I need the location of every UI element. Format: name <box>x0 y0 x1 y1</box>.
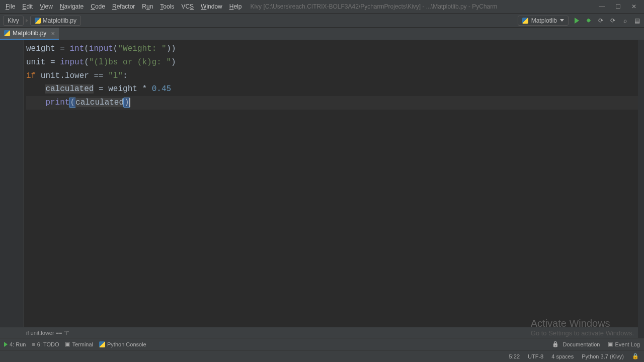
toolwindow-button[interactable]: ▤ <box>633 17 641 25</box>
lock-icon <box>552 341 560 347</box>
menu-vcs[interactable]: VCS <box>178 2 197 12</box>
tool-tab-run[interactable]: 4: Run <box>4 341 26 347</box>
gutter <box>0 40 24 327</box>
run-button[interactable] <box>573 17 581 25</box>
code-line: calculated = weight * 0.45 <box>26 82 644 96</box>
scrollbar[interactable] <box>638 40 644 338</box>
encoding[interactable]: UTF-8 <box>528 353 543 359</box>
terminal-icon: ▣ <box>65 341 70 347</box>
text-cursor <box>129 98 130 107</box>
run-config-label: Matplotlib <box>531 17 557 24</box>
status-bar: 5:22 UTF-8 4 spaces Python 3.7 (Kivy) 🔒 <box>0 350 644 362</box>
breadcrumb-project-label: Kivy <box>8 17 19 24</box>
menu-view[interactable]: View <box>36 2 56 12</box>
python-file-icon <box>4 30 10 36</box>
profile-button[interactable]: ⟳ <box>609 17 617 25</box>
python-file-icon <box>35 18 41 24</box>
indent-setting[interactable]: 4 spaces <box>551 353 574 359</box>
editor-tab-bar: Matplotlib.py × <box>0 28 644 40</box>
title-bar: File Edit View Navigate Code Refactor Ru… <box>0 0 644 14</box>
interpreter[interactable]: Python 3.7 (Kivy) <box>582 353 624 359</box>
documentation-link[interactable]: Documentation <box>552 341 600 347</box>
lock-icon[interactable]: 🔒 <box>632 353 639 359</box>
code-line: unit = input("(l)bs or (k)g: ") <box>26 56 644 69</box>
search-button[interactable]: ⌕ <box>621 17 629 25</box>
close-icon[interactable]: ✕ <box>631 3 637 10</box>
menu-run[interactable]: Run <box>138 2 156 12</box>
activate-windows-watermark: Activate Windows Go to Settings to activ… <box>531 318 634 337</box>
menu-refactor[interactable]: Refactor <box>109 2 138 12</box>
file-tab-label: Matplotlib.py <box>13 30 46 37</box>
menu-edit[interactable]: Edit <box>19 2 36 12</box>
code-line: if unit.lower == "l": <box>26 69 644 83</box>
menu-help[interactable]: Help <box>226 2 246 12</box>
code-line: weight = int(input("Weight: ")) <box>26 42 644 56</box>
nav-bar: Kivy Matplotlib.py Matplotlib ✸ ⟳ ⟳ ⌕ ▤ <box>0 14 644 28</box>
tool-tab-terminal[interactable]: ▣ Terminal <box>65 341 93 347</box>
watermark-subtitle: Go to Settings to activate Windows. <box>531 329 634 337</box>
code-line: print(calculated) <box>26 96 644 110</box>
breadcrumb-sep-icon <box>26 19 28 23</box>
file-tab[interactable]: Matplotlib.py × <box>0 28 59 40</box>
cursor-position[interactable]: 5:22 <box>509 353 520 359</box>
window-title: Kivy [C:\Users\reach.CITRIX-BOLF3A42\Pyc… <box>250 3 497 10</box>
watermark-title: Activate Windows <box>531 318 634 329</box>
minimize-icon[interactable]: — <box>599 3 605 10</box>
editor[interactable]: weight = int(input("Weight: ")) unit = i… <box>0 40 644 327</box>
breadcrumb-project[interactable]: Kivy <box>3 16 24 26</box>
code-area[interactable]: weight = int(input("Weight: ")) unit = i… <box>24 40 644 327</box>
breadcrumb-file[interactable]: Matplotlib.py <box>30 16 81 26</box>
breadcrumb-file-label: Matplotlib.py <box>43 17 76 24</box>
play-icon <box>4 342 8 347</box>
run-config-dropdown[interactable]: Matplotlib <box>518 16 569 26</box>
play-icon <box>575 18 579 24</box>
menu-code[interactable]: Code <box>87 2 109 12</box>
menu-tools[interactable]: Tools <box>156 2 178 12</box>
python-run-icon <box>522 18 528 24</box>
python-icon <box>99 341 105 347</box>
coverage-button[interactable]: ⟳ <box>597 17 605 25</box>
menu-window[interactable]: Window <box>197 2 226 12</box>
menu-file[interactable]: File <box>2 2 19 12</box>
close-tab-icon[interactable]: × <box>51 30 55 37</box>
maximize-icon[interactable]: ☐ <box>615 3 621 10</box>
tool-tab-python-console[interactable]: Python Console <box>99 341 146 347</box>
tool-tab-todo[interactable]: ≡ 6: TODO <box>32 341 59 347</box>
event-log-link[interactable]: ▣ Event Log <box>608 341 640 347</box>
checklist-icon: ≡ <box>32 341 35 347</box>
menu-navigate[interactable]: Navigate <box>56 2 87 12</box>
editor-breadcrumb-label: if unit.lower == "l" <box>26 330 69 336</box>
chevron-down-icon <box>560 19 564 22</box>
bottom-tool-bar: 4: Run ≡ 6: TODO ▣ Terminal Python Conso… <box>0 338 644 350</box>
debug-button[interactable]: ✸ <box>585 17 593 25</box>
event-log-icon: ▣ <box>608 341 613 347</box>
